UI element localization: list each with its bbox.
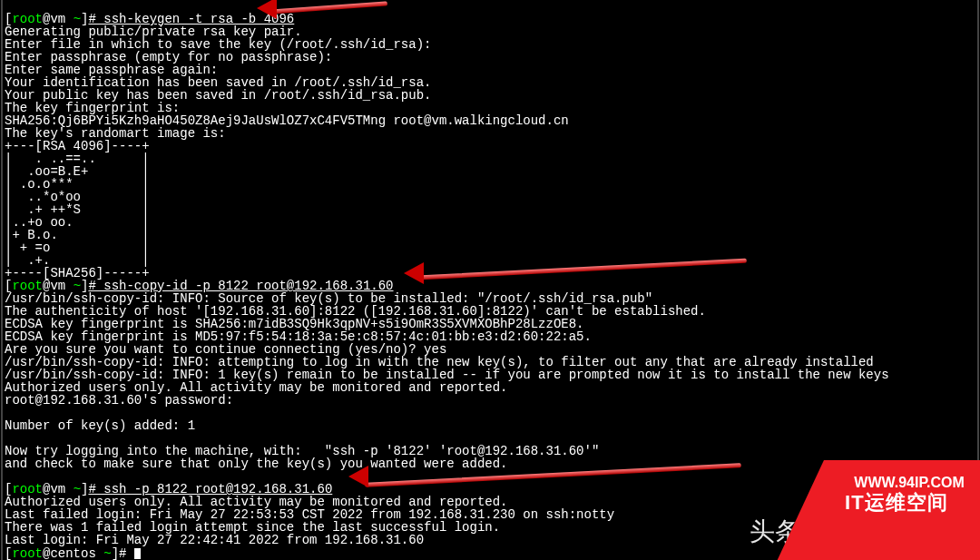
output-line: Number of key(s) added: 1 xyxy=(5,418,195,433)
badge-line2: IT运维空间 xyxy=(845,496,948,509)
cursor-icon xyxy=(134,548,141,559)
terminal-output: [root@vm ~]# ssh-keygen -t rsa -b 4096 G… xyxy=(5,0,889,560)
prompt-line[interactable]: [root@centos ~]# xyxy=(5,546,141,560)
output-line: root@192.168.31.60's password: xyxy=(5,393,233,408)
output-line: Last login: Fri May 27 22:42:41 2022 fro… xyxy=(5,533,424,547)
output-line: and check to make sure that only the key… xyxy=(5,457,508,471)
badge-line1: WWW.94IP.COM xyxy=(854,476,965,489)
